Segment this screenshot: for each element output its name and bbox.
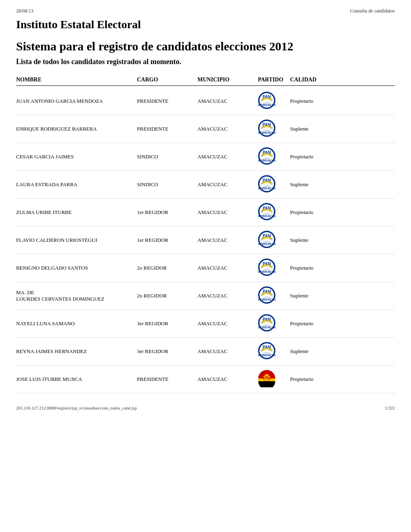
candidate-cargo: 1er REGIDOR <box>137 209 197 216</box>
candidate-calidad: Suplente <box>290 293 338 299</box>
subtitle: Lista de todos los candidatos registrado… <box>16 58 395 66</box>
svg-text:PARTIDO ACCIÓN: PARTIDO ACCIÓN <box>258 326 276 329</box>
table-row: JOSE LUIS ITURBE MUJICAPRESIDENTEAMACUZA… <box>16 366 395 393</box>
candidate-cargo: PRESIDENTE <box>137 98 197 104</box>
svg-text:PARTIDO ACCIÓN: PARTIDO ACCIÓN <box>258 298 276 301</box>
candidate-name: FLAVIO CALDERON URIOSTEGUI <box>16 237 137 243</box>
candidate-municipio: AMACUZAC <box>197 293 258 299</box>
candidate-partido-logo: PAN PARTIDO ACCIÓN <box>258 119 290 139</box>
candidate-calidad: Suplente <box>290 181 338 188</box>
candidate-calidad: Propietario <box>290 98 338 104</box>
candidate-cargo: 1er REGIDOR <box>137 237 197 243</box>
svg-text:PARTIDO ACCIÓN: PARTIDO ACCIÓN <box>258 187 276 190</box>
col-cargo: CARGO <box>137 77 197 83</box>
candidate-cargo: PRESIDENTE <box>137 376 197 382</box>
candidate-municipio: AMACUZAC <box>197 376 258 382</box>
candidate-partido-logo: PAN PARTIDO ACCIÓN <box>258 231 290 250</box>
candidate-municipio: AMACUZAC <box>197 348 258 355</box>
candidate-cargo: 3er REGIDOR <box>137 348 197 355</box>
col-municipio: MUNICIPIO <box>197 77 258 83</box>
site-title: Instituto Estatal Electoral <box>16 18 395 31</box>
candidate-calidad: Propietario <box>290 320 338 327</box>
candidate-name: ENRIQUE RODRIGUEZ BARRERA <box>16 126 137 132</box>
candidate-municipio: AMACUZAC <box>197 237 258 243</box>
candidate-partido-logo: PAN PARTIDO ACCIÓN <box>258 91 290 111</box>
candidate-cargo: 2o REGIDOR <box>137 293 197 299</box>
date-label: 28/08/13 <box>16 8 33 14</box>
candidate-name: BENIGNO DELGADO SANTOS <box>16 265 137 271</box>
candidate-municipio: AMACUZAC <box>197 265 258 271</box>
svg-text:PARTIDO ACCIÓN: PARTIDO ACCIÓN <box>258 131 276 134</box>
table-row: BENIGNO DELGADO SANTOS2o REGIDORAMACUZAC… <box>16 254 395 282</box>
candidate-municipio: AMACUZAC <box>197 209 258 216</box>
candidate-cargo: SINDICO <box>137 181 197 188</box>
col-calidad: CALIDAD <box>290 77 338 83</box>
candidate-calidad: Propietario <box>290 209 338 216</box>
candidate-name: LAURA ESTRADA PARRA <box>16 181 137 188</box>
candidates-table: NOMBRE CARGO MUNICIPIO PARTIDO CALIDAD J… <box>16 74 395 393</box>
candidate-name: CESAR GARCIA JAIMES <box>16 154 137 160</box>
candidate-municipio: AMACUZAC <box>197 98 258 104</box>
candidate-municipio: AMACUZAC <box>197 126 258 132</box>
candidate-name: JOSE LUIS ITURBE MUJICA <box>16 376 137 382</box>
candidate-cargo: 2o REGIDOR <box>137 265 197 271</box>
candidate-name: ZULMA URIBE ITURBE <box>16 209 137 216</box>
candidate-name: JUAN ANTONIO GARCIA MENDOZA <box>16 98 137 104</box>
candidate-partido-logo: PAN PARTIDO ACCIÓN <box>258 203 290 222</box>
candidate-name: REYNA JAIMES HERNANDEZ <box>16 348 137 355</box>
candidate-partido-logo: PAN PARTIDO ACCIÓN <box>258 342 290 361</box>
candidate-municipio: AMACUZAC <box>197 154 258 160</box>
candidate-partido-logo: PAN PARTIDO ACCIÓN <box>258 258 290 278</box>
table-row: REYNA JAIMES HERNANDEZ3er REGIDORAMACUZA… <box>16 338 395 366</box>
candidate-name: MA. DE LOURDES CERVANTES DOMINGUEZ <box>16 289 137 302</box>
candidate-partido-logo: PAN PARTIDO ACCIÓN <box>258 175 290 194</box>
svg-text:PARTIDO ACCIÓN: PARTIDO ACCIÓN <box>258 214 276 218</box>
table-row: NAYELI LUNA SAMANO3er REGIDORAMACUZAC PA… <box>16 310 395 338</box>
table-header: NOMBRE CARGO MUNICIPIO PARTIDO CALIDAD <box>16 74 395 86</box>
footer: 201.116.127.212:8080/registro/jsp_s/cons… <box>16 405 395 410</box>
table-row: ENRIQUE RODRIGUEZ BARRERAPRESIDENTEAMACU… <box>16 115 395 143</box>
candidate-calidad: Propietario <box>290 265 338 271</box>
table-row: JUAN ANTONIO GARCIA MENDOZAPRESIDENTEAMA… <box>16 87 395 115</box>
svg-text:PARTIDO ACCIÓN: PARTIDO ACCIÓN <box>258 242 276 245</box>
candidate-calidad: Suplente <box>290 237 338 243</box>
candidate-partido-logo: PRD <box>258 370 290 389</box>
candidate-calidad: Propietario <box>290 376 338 382</box>
candidate-cargo: 3er REGIDOR <box>137 320 197 327</box>
main-title: Sistema para el registro de candidatos e… <box>16 39 395 54</box>
table-row: FLAVIO CALDERON URIOSTEGUI1er REGIDORAMA… <box>16 227 395 254</box>
candidate-calidad: Suplente <box>290 348 338 355</box>
svg-text:PARTIDO ACCIÓN: PARTIDO ACCIÓN <box>258 353 276 357</box>
candidate-calidad: Suplente <box>290 126 338 132</box>
svg-text:PARTIDO ACCIÓN: PARTIDO ACCIÓN <box>258 270 276 273</box>
table-row: MA. DE LOURDES CERVANTES DOMINGUEZ2o REG… <box>16 282 395 310</box>
candidate-partido-logo: PAN PARTIDO ACCIÓN <box>258 147 290 166</box>
footer-page: 1/222 <box>385 405 395 410</box>
table-body: JUAN ANTONIO GARCIA MENDOZAPRESIDENTEAMA… <box>16 87 395 393</box>
svg-text:PARTIDO ACCIÓN: PARTIDO ACCIÓN <box>258 103 276 106</box>
table-row: LAURA ESTRADA PARRASINDICOAMACUZAC PAN P… <box>16 171 395 199</box>
footer-url: 201.116.127.212:8080/registro/jsp_s/cons… <box>16 405 137 410</box>
candidate-cargo: PRESIDENTE <box>137 126 197 132</box>
col-nombre: NOMBRE <box>16 77 137 83</box>
candidate-municipio: AMACUZAC <box>197 320 258 327</box>
candidate-cargo: SINDICO <box>137 154 197 160</box>
candidate-calidad: Propietario <box>290 154 338 160</box>
svg-text:PRD: PRD <box>264 376 270 380</box>
svg-text:PARTIDO ACCIÓN: PARTIDO ACCIÓN <box>258 159 276 162</box>
candidate-partido-logo: PAN PARTIDO ACCIÓN <box>258 286 290 305</box>
candidate-municipio: AMACUZAC <box>197 181 258 188</box>
table-row: CESAR GARCIA JAIMESSINDICOAMACUZAC PAN P… <box>16 143 395 171</box>
col-partido: PARTIDO <box>258 77 290 83</box>
page-heading-label: Consulta de candidatos <box>350 8 395 14</box>
table-row: ZULMA URIBE ITURBE1er REGIDORAMACUZAC PA… <box>16 199 395 227</box>
candidate-name: NAYELI LUNA SAMANO <box>16 320 137 327</box>
candidate-partido-logo: PAN PARTIDO ACCIÓN <box>258 314 290 333</box>
